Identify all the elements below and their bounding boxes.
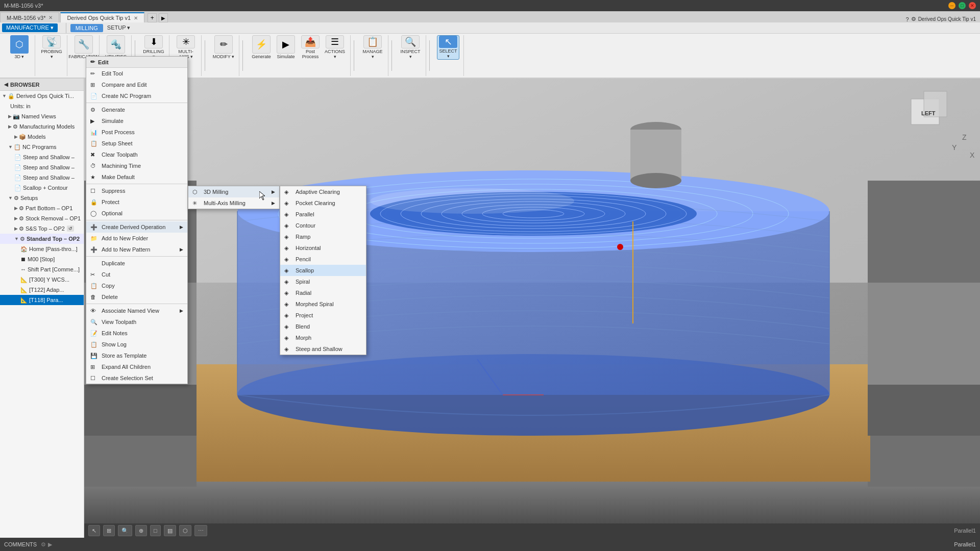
expand-comments-icon[interactable]: ▶ — [48, 541, 52, 548]
cm-optional[interactable]: ◯ Optional — [86, 208, 187, 219]
browser-item-models[interactable]: ▶ 📦 Models — [0, 132, 84, 142]
cm-edit-tool[interactable]: ✏ Edit Tool — [86, 68, 187, 79]
cm-blend[interactable]: ◈ Blend — [280, 321, 366, 332]
cm-postprocess[interactable]: 📊 Post Process — [86, 127, 187, 138]
cm-parallel[interactable]: ◈ Parallel — [280, 209, 366, 220]
cm-ramp[interactable]: ◈ Ramp — [280, 231, 366, 242]
browser-item-root[interactable]: ▼ 🔒 Derived Ops Quick Ti... — [0, 91, 84, 101]
cm-edit-notes[interactable]: 📝 Edit Notes — [86, 328, 187, 339]
browser-item-t122[interactable]: 📐 [T122] Adap... — [0, 285, 84, 295]
cm-multiaxis-milling[interactable]: ✳ Multi-Axis Milling ▶ — [188, 197, 279, 209]
tab-close-icon[interactable]: ✕ — [48, 15, 53, 20]
tab-close2-icon[interactable]: ✕ — [134, 15, 138, 21]
new-tab-button[interactable]: + — [148, 13, 157, 22]
cm-spiral[interactable]: ◈ Spiral — [280, 276, 366, 287]
browser-item-home[interactable]: 🏠 Home [Pass-thro...] — [0, 244, 84, 254]
settings-icon[interactable]: ⚙ — [911, 16, 916, 22]
browser-item-partbottom[interactable]: ▶ ⚙ Part Bottom – OP1 — [0, 203, 84, 213]
cm-machining-time[interactable]: ⏱ Machining Time — [86, 160, 187, 171]
cm-clear-toolpath[interactable]: ✖ Clear Toolpath — [86, 149, 187, 160]
cm-pencil[interactable]: ◈ Pencil — [280, 254, 366, 265]
browser-item-steep1[interactable]: 📄 Steep and Shallow – — [0, 152, 84, 162]
bt-display-btn[interactable]: ▤ — [164, 525, 176, 536]
browser-item-shift[interactable]: ↔ Shift Part [Comme...] — [0, 264, 84, 274]
cm-compare-edit[interactable]: ⊞ Compare and Edit — [86, 79, 187, 90]
cm-add-folder[interactable]: 📁 Add to New Folder — [86, 233, 187, 244]
help-button[interactable]: ? — [906, 16, 909, 22]
minimize-button[interactable]: ─ — [948, 2, 955, 9]
cm-protect[interactable]: 🔒 Protect — [86, 196, 187, 208]
cm-delete[interactable]: 🗑 Delete — [86, 291, 187, 303]
bt-cursor-btn[interactable]: ↖ — [88, 525, 100, 536]
cm-store-template[interactable]: 💾 Store as Template — [86, 350, 187, 361]
cm-project[interactable]: ◈ Project — [280, 310, 366, 321]
cm-pocket-clearing[interactable]: ◈ Pocket Clearing — [280, 197, 366, 209]
browser-item-standardtop[interactable]: ▼ ⚙ Standard Top – OP2 — [0, 234, 84, 244]
cm-associate-named-view[interactable]: 👁 Associate Named View ▶ — [86, 305, 187, 316]
tab-file1[interactable]: M-MB-1056 v3* ✕ — [0, 12, 59, 22]
cm-view-toolpath[interactable]: 🔍 View Toolpath — [86, 316, 187, 328]
cm-simulate[interactable]: ▶ Simulate — [86, 115, 187, 127]
cm-morph[interactable]: ◈ Morph — [280, 332, 366, 343]
manage-button[interactable]: 📋 MANAGE ▾ — [361, 35, 384, 60]
postprocess-button[interactable]: 📤 Post Process — [299, 35, 322, 60]
cm-setupsheet[interactable]: 📋 Setup Sheet — [86, 138, 187, 149]
browser-item-t118[interactable]: 📐 [T118] Para... — [0, 295, 84, 305]
browser-item-sstop[interactable]: ▶ ⚙ S&S Top – OP2 ↺ — [0, 223, 84, 234]
cm-selection-set[interactable]: ☐ Create Selection Set — [86, 372, 187, 384]
cm-expand-all[interactable]: ⊞ Expand All Children — [86, 361, 187, 372]
browser-item-namedviews[interactable]: ▶ 📷 Named Views — [0, 111, 84, 121]
cm-adaptive-clearing[interactable]: ◈ Adaptive Clearing — [280, 186, 366, 197]
bt-magnify-btn[interactable]: ⊕ — [135, 525, 147, 536]
maximize-button[interactable]: □ — [959, 2, 966, 9]
inspect-button[interactable]: 🔍 INSPECT ▾ — [399, 35, 422, 60]
cm-cut[interactable]: ✂ Cut — [86, 269, 187, 280]
cm-duplicate[interactable]: Duplicate — [86, 258, 187, 269]
view-cube[interactable]: LEFT — [909, 89, 949, 130]
cm-horizontal[interactable]: ◈ Horizontal — [280, 242, 366, 254]
browser-item-setups[interactable]: ▼ ⚙ Setups — [0, 193, 84, 203]
cm-scallop[interactable]: ◈ Scallop — [280, 265, 366, 276]
browser-item-units[interactable]: Units: in — [0, 101, 84, 111]
browser-item-steep3[interactable]: 📄 Steep and Shallow – — [0, 172, 84, 183]
cm-copy[interactable]: 📋 Copy — [86, 280, 187, 291]
bt-nav-btn[interactable]: ⬡ — [179, 525, 191, 536]
browser-item-mfgmodels[interactable]: ▶ ⚙ Manufacturing Models — [0, 121, 84, 132]
cm-3dmilling[interactable]: ⬡ 3D Milling ▶ — [188, 186, 279, 197]
browser-item-t300[interactable]: 📐 [T300] Y WCS... — [0, 274, 84, 285]
3d-viewport[interactable]: Z Y X LEFT — [84, 79, 980, 528]
bt-view-btn[interactable]: □ — [150, 525, 161, 536]
cm-show-log[interactable]: 📋 Show Log — [86, 339, 187, 350]
tab-file2[interactable]: Derived Ops Quick Tip v1 ✕ — [60, 12, 144, 22]
generate-button[interactable]: ⚡ Generate — [250, 35, 273, 60]
browser-collapse-icon[interactable]: ◀ — [4, 82, 8, 87]
cm-make-default[interactable]: ★ Make Default — [86, 171, 187, 183]
cm-create-nc[interactable]: 📄 Create NC Program — [86, 90, 187, 102]
browser-item-ncprograms[interactable]: ▼ 📋 NC Programs — [0, 142, 84, 152]
bt-more-btn[interactable]: ⋯ — [194, 525, 207, 536]
bt-zoom-btn[interactable]: 🔍 — [118, 525, 132, 536]
bt-select-btn[interactable]: ⊞ — [103, 525, 115, 536]
cm-radial[interactable]: ◈ Radial — [280, 287, 366, 298]
select-button[interactable]: ↖ SELECT ▾ — [437, 35, 459, 60]
close-button[interactable]: ✕ — [969, 2, 976, 9]
cm-contour[interactable]: ◈ Contour — [280, 220, 366, 231]
browser-item-m00[interactable]: ⏹ M00 [Stop] — [0, 254, 84, 264]
actions-dropdown[interactable]: ☰ ACTIONS ▾ — [324, 35, 346, 60]
cm-morphed-spiral[interactable]: ◈ Morphed Spiral — [280, 298, 366, 310]
cm-add-pattern[interactable]: ➕ Add to New Pattern ▶ — [86, 244, 187, 255]
modify-button[interactable]: ✏ MODIFY ▾ — [212, 35, 235, 60]
browser-item-scallop[interactable]: 📄 Scallop + Contour — [0, 183, 84, 193]
settings-cog[interactable]: ⚙ — [41, 541, 46, 548]
milling-tab[interactable]: MILLING — [70, 24, 103, 32]
cm-suppress[interactable]: ☐ Suppress — [86, 185, 187, 196]
cm-create-derived[interactable]: ➕ Create Derived Operation ▶ — [86, 221, 187, 233]
browser-item-stockremoval[interactable]: ▶ ⚙ Stock Removal – OP1 — [0, 213, 84, 223]
3d-button[interactable]: ⬡ 3D ▾ — [8, 35, 31, 60]
manufacture-menu[interactable]: MANUFACTURE ▾ — [2, 23, 58, 32]
setup-menu[interactable]: SETUP ▾ — [103, 24, 135, 31]
browser-item-steep2[interactable]: 📄 Steep and Shallow – — [0, 162, 84, 172]
cm-generate[interactable]: ⚙ Generate — [86, 104, 187, 115]
probing-button[interactable]: 📡 PROBING ▾ — [40, 35, 63, 60]
simulate-button[interactable]: ▶ Simulate — [275, 35, 297, 60]
